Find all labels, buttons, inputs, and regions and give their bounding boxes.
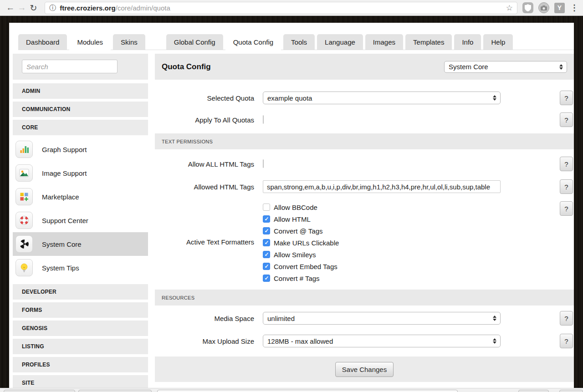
tab-help[interactable]: Help bbox=[483, 34, 513, 50]
save-changes-button[interactable]: Save Changes bbox=[335, 362, 394, 377]
radiation-icon bbox=[15, 235, 33, 253]
max-upload-label: Max Upload Size bbox=[155, 337, 254, 345]
sidebar-section-core[interactable]: CORE bbox=[13, 120, 148, 135]
sidebar-item-graph-support[interactable]: Graph Support bbox=[13, 137, 148, 161]
apply-all-checkbox[interactable] bbox=[263, 115, 264, 124]
tab-dashboard[interactable]: Dashboard bbox=[18, 34, 67, 50]
shield-extension-icon[interactable] bbox=[522, 2, 533, 13]
browser-menu-icon[interactable]: ⋮ bbox=[570, 3, 578, 13]
help-button[interactable]: ? bbox=[560, 334, 573, 348]
camera-extension-icon[interactable] bbox=[538, 2, 549, 13]
formatter-convert-embed-tags: Convert Embed Tags bbox=[263, 260, 339, 272]
select-arrows-icon bbox=[493, 316, 496, 321]
selected-quota-label: Selected Quota bbox=[155, 94, 254, 102]
sidebar-section-genosis[interactable]: GENOSIS bbox=[13, 321, 148, 336]
formatter-label: Convert @ Tags bbox=[274, 227, 323, 235]
formatters-row: Active Text Formatters Allow BBCode Allo… bbox=[155, 201, 574, 284]
sidebar-section-profiles[interactable]: PROFILES bbox=[13, 357, 148, 372]
allowed-html-tags-label: Allowed HTML Tags bbox=[155, 183, 254, 191]
formatter-label: Convert Embed Tags bbox=[274, 263, 338, 270]
lifebuoy-icon bbox=[15, 212, 33, 229]
cutoff-box bbox=[157, 390, 458, 392]
formatter-label: Convert # Tags bbox=[274, 275, 320, 282]
allowed-html-tags-input[interactable] bbox=[263, 180, 501, 193]
formatter-label: Allow Smileys bbox=[274, 251, 316, 259]
help-button[interactable]: ? bbox=[560, 311, 573, 326]
media-space-select[interactable]: unlimited bbox=[263, 312, 501, 325]
tab-images[interactable]: Images bbox=[365, 34, 403, 50]
sidebar: ADMIN COMMUNICATION CORE Graph Support bbox=[13, 54, 148, 391]
main-header: Quota Config System Core bbox=[155, 54, 574, 80]
tab-quota-config[interactable]: Quota Config bbox=[225, 34, 281, 50]
y-extension-icon[interactable]: Y bbox=[554, 3, 565, 13]
formatter-checkbox[interactable] bbox=[263, 215, 270, 223]
max-upload-select[interactable]: 128MB - max allowed bbox=[263, 335, 501, 347]
tab-info[interactable]: Info bbox=[454, 34, 481, 50]
sidebar-item-label: System Core bbox=[42, 240, 82, 248]
formatter-convert-hash-tags: Convert # Tags bbox=[263, 272, 339, 284]
apply-all-label: Apply To All Quotas bbox=[155, 116, 254, 124]
sidebar-item-image-support[interactable]: Image Support bbox=[13, 161, 148, 185]
cutoff-box bbox=[518, 390, 549, 392]
tab-templates[interactable]: Templates bbox=[405, 34, 452, 50]
help-button[interactable]: ? bbox=[560, 201, 573, 216]
reload-icon[interactable]: ↻ bbox=[28, 3, 39, 13]
sidebar-item-system-core[interactable]: System Core bbox=[13, 232, 148, 256]
formatter-checkbox[interactable] bbox=[263, 227, 270, 234]
media-space-value: unlimited bbox=[267, 315, 295, 322]
formatter-checkbox[interactable] bbox=[263, 251, 270, 258]
sidebar-item-support-center[interactable]: Support Center bbox=[13, 209, 148, 232]
module-select-value: System Core bbox=[449, 63, 488, 71]
sidebar-section-forms[interactable]: FORMS bbox=[13, 302, 148, 318]
max-upload-row: Max Upload Size 128MB - max allowed ? bbox=[155, 334, 574, 348]
selected-quota-value: example quota bbox=[267, 94, 312, 102]
page-info-icon[interactable]: ⓘ bbox=[49, 4, 56, 12]
sidebar-item-marketplace[interactable]: Marketplace bbox=[13, 185, 148, 209]
sidebar-item-system-tips[interactable]: System Tips bbox=[13, 256, 148, 280]
bookmark-star-icon[interactable]: ☆ bbox=[506, 3, 513, 13]
tab-tools[interactable]: Tools bbox=[283, 34, 315, 50]
main-panel: Quota Config System Core Selected Quota … bbox=[155, 54, 574, 382]
tab-global-config[interactable]: Global Config bbox=[166, 34, 223, 50]
formatter-checkbox[interactable] bbox=[263, 275, 270, 282]
lightbulb-icon bbox=[15, 259, 33, 276]
formatter-checkbox[interactable] bbox=[263, 204, 270, 211]
sidebar-section-developer[interactable]: DEVELOPER bbox=[13, 284, 148, 300]
formatter-allow-bbcode: Allow BBCode bbox=[263, 201, 339, 213]
formatters-list: Allow BBCode Allow HTML Convert @ Tags M… bbox=[263, 201, 339, 284]
sidebar-section-admin[interactable]: ADMIN bbox=[13, 83, 148, 99]
select-arrows-icon bbox=[559, 64, 563, 70]
sidebar-section-listing[interactable]: LISTING bbox=[13, 339, 148, 354]
select-arrows-icon bbox=[493, 95, 496, 101]
help-button[interactable]: ? bbox=[560, 112, 573, 127]
formatter-make-urls-clickable: Make URLs Clickable bbox=[263, 237, 339, 249]
tab-modules[interactable]: Modules bbox=[69, 34, 111, 50]
url-host: ftree.croziers.org bbox=[60, 4, 116, 12]
tab-language[interactable]: Language bbox=[317, 34, 363, 50]
sidebar-section-communication[interactable]: COMMUNICATION bbox=[13, 102, 148, 117]
browser-toolbar: ← → ↻ ⓘ ftree.croziers.org/core/admin/qu… bbox=[0, 0, 583, 16]
max-upload-value: 128MB - max allowed bbox=[267, 337, 333, 345]
allow-all-html-row: Allow ALL HTML Tags ? bbox=[155, 157, 574, 171]
section-resources: RESOURCES bbox=[155, 290, 574, 305]
formatter-checkbox[interactable] bbox=[263, 239, 270, 246]
selected-quota-select[interactable]: example quota bbox=[263, 92, 501, 104]
formatter-label: Allow HTML bbox=[274, 215, 311, 223]
media-space-label: Media Space bbox=[155, 315, 254, 322]
formatter-allow-html: Allow HTML bbox=[263, 213, 339, 225]
tab-skins[interactable]: Skins bbox=[113, 34, 145, 50]
address-bar[interactable]: ⓘ ftree.croziers.org/core/admin/quota ☆ bbox=[45, 2, 517, 14]
formatter-label: Make URLs Clickable bbox=[274, 239, 339, 247]
help-button[interactable]: ? bbox=[560, 179, 573, 194]
sidebar-item-label: Image Support bbox=[42, 169, 87, 177]
search-input[interactable] bbox=[22, 60, 118, 73]
formatter-checkbox[interactable] bbox=[263, 263, 270, 270]
page-title: Quota Config bbox=[162, 62, 211, 71]
help-button[interactable]: ? bbox=[560, 91, 573, 105]
apply-all-row: Apply To All Quotas ? bbox=[155, 112, 574, 127]
allow-all-html-checkbox[interactable] bbox=[263, 159, 264, 168]
tab-bar: Dashboard Modules Skins Global Config Qu… bbox=[18, 34, 574, 50]
back-icon[interactable]: ← bbox=[5, 3, 16, 13]
module-select[interactable]: System Core bbox=[444, 61, 567, 73]
help-button[interactable]: ? bbox=[560, 157, 573, 171]
